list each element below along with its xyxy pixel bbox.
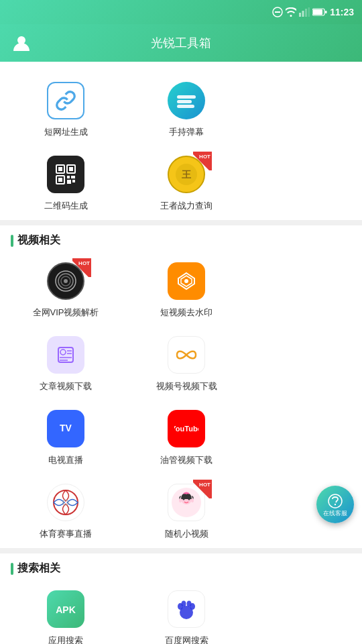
youtube-label: 油管视频下载 <box>160 454 213 466</box>
wangzhe-icon: HOT 王 <box>168 156 205 193</box>
tv-live-label: 电视直播 <box>48 454 83 466</box>
svg-point-46 <box>188 498 190 500</box>
short-url-label: 短网址生成 <box>44 126 88 138</box>
svg-rect-16 <box>69 167 73 171</box>
tool-watermark[interactable]: 短视频去水印 <box>126 253 247 327</box>
baidu-search-icon-wrap <box>166 589 206 629</box>
svg-point-48 <box>191 498 194 502</box>
wangzhe-icon-wrap: HOT 王 <box>166 154 206 195</box>
avatar[interactable] <box>11 32 32 54</box>
search-tools-grid: APK 应用搜索 百度网搜索 <box>0 581 362 644</box>
svg-rect-14 <box>58 167 62 171</box>
apk-icon: APK <box>47 590 84 628</box>
vip-video-icon-wrap: HOT <box>46 261 86 301</box>
svg-rect-8 <box>325 11 327 13</box>
float-service-label: 在线客服 <box>323 511 347 517</box>
svg-rect-20 <box>71 176 75 178</box>
tool-apk-search[interactable]: APK 应用搜索 <box>5 581 126 644</box>
svg-point-33 <box>60 350 66 355</box>
youtube-icon: YouTube <box>168 410 205 447</box>
apk-search-icon-wrap: APK <box>46 589 86 629</box>
header: 光锐工具箱 <box>0 24 362 62</box>
video-num-label: 视频号视频下载 <box>156 380 217 392</box>
baidu-icon <box>168 590 205 628</box>
random-video-label: 随机小视频 <box>165 528 208 540</box>
svg-rect-10 <box>177 95 196 99</box>
vip-video-label: 全网VIP视频解析 <box>33 307 99 319</box>
video-section-title: 视频相关 <box>17 233 60 248</box>
svg-rect-12 <box>177 105 194 108</box>
tv-icon: TV <box>47 410 84 447</box>
tool-article-video[interactable]: 文章视频下载 <box>5 327 126 400</box>
signal-icon <box>299 7 310 17</box>
video-section-header: 视频相关 <box>0 225 362 253</box>
danmu-icon <box>168 82 205 119</box>
hot-badge-wangzhe: HOT <box>193 156 205 170</box>
short-url-icon-wrap <box>46 80 86 121</box>
svg-point-53 <box>182 601 186 607</box>
qr-icon <box>47 156 84 193</box>
wangzhe-label: 王者战力查询 <box>160 200 213 212</box>
search-section-title: 搜索相关 <box>17 561 60 576</box>
tool-baidu-search[interactable]: 百度网搜索 <box>126 581 247 644</box>
svg-point-54 <box>187 601 192 607</box>
status-icons: 11:23 <box>272 7 354 17</box>
sports-icon <box>47 484 84 521</box>
svg-point-31 <box>184 279 188 283</box>
link-icon <box>47 82 84 119</box>
watermark-icon <box>168 262 205 300</box>
page-title: 光锐工具箱 <box>151 35 211 51</box>
svg-rect-19 <box>67 176 70 178</box>
main-content: 短网址生成 手持弹幕 <box>0 62 362 644</box>
svg-rect-7 <box>313 9 322 15</box>
video-tools-grid: HOT 全网VIP视频解析 <box>0 253 362 548</box>
float-service-button[interactable]: 在线客服 <box>316 486 354 523</box>
svg-text:APK: APK <box>56 604 76 615</box>
watermark-icon-wrap <box>166 261 206 301</box>
svg-text:YouTube: YouTube <box>174 425 198 433</box>
tool-vip-video[interactable]: HOT 全网VIP视频解析 <box>5 253 126 327</box>
article-video-icon-wrap <box>46 335 86 375</box>
svg-point-57 <box>335 503 336 504</box>
danmu-label: 手持弹幕 <box>169 126 204 138</box>
svg-rect-21 <box>67 180 71 184</box>
article-icon <box>47 336 84 374</box>
tool-wangzhe[interactable]: HOT 王 王者战力查询 <box>126 146 247 220</box>
top-tools-grid: 短网址生成 手持弹幕 <box>0 72 362 220</box>
svg-text:王: 王 <box>182 169 192 180</box>
tool-youtube[interactable]: YouTube 油管视频下载 <box>126 400 247 474</box>
svg-point-45 <box>183 498 185 500</box>
tv-live-icon-wrap: TV <box>46 409 86 449</box>
battery-icon <box>312 8 327 16</box>
video-num-icon-wrap <box>166 335 206 375</box>
wifi-icon <box>286 7 296 17</box>
section-bar-search <box>11 563 13 575</box>
tool-qrcode[interactable]: 二维码生成 <box>5 146 126 220</box>
tool-danmu[interactable]: 手持弹幕 <box>126 72 247 146</box>
section-bar-video <box>11 235 13 247</box>
divider-2 <box>0 548 362 553</box>
qrcode-icon-wrap <box>46 154 86 195</box>
tool-random-video[interactable]: HOT <box>126 474 247 548</box>
svg-rect-2 <box>299 13 301 17</box>
apk-label: 应用搜索 <box>48 635 83 644</box>
tool-short-url[interactable]: 短网址生成 <box>5 72 126 146</box>
sports-label: 体育赛事直播 <box>40 528 92 540</box>
svg-rect-3 <box>302 11 304 17</box>
article-video-label: 文章视频下载 <box>40 380 92 392</box>
danmu-icon-wrap <box>166 80 206 121</box>
svg-point-28 <box>64 279 68 283</box>
tool-video-num[interactable]: 视频号视频下载 <box>126 327 247 400</box>
qrcode-label: 二维码生成 <box>44 200 88 212</box>
search-section-header: 搜索相关 <box>0 553 362 581</box>
svg-rect-18 <box>58 178 62 182</box>
tool-sports[interactable]: 体育赛事直播 <box>5 474 126 548</box>
svg-point-47 <box>179 498 182 502</box>
tool-tv-live[interactable]: TV 电视直播 <box>5 400 126 474</box>
svg-rect-4 <box>305 9 307 17</box>
hot-badge-random: HOT <box>193 480 212 498</box>
videonum-icon <box>168 336 205 374</box>
svg-rect-22 <box>72 180 75 182</box>
divider-1 <box>0 220 362 225</box>
status-time: 11:23 <box>330 7 354 17</box>
